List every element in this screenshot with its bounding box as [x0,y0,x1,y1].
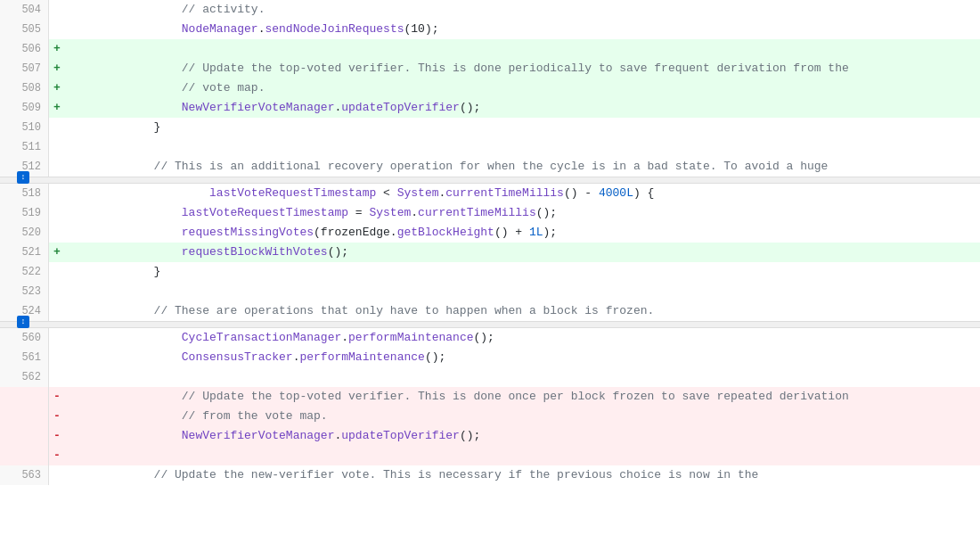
code-line-511: 511 [0,137,980,157]
line-marker: - [49,407,65,426]
line-number: 505 [0,20,49,39]
line-content: lastVoteRequestTimestamp < System.curren… [65,184,980,203]
line-marker: + [49,59,65,78]
line-marker: + [49,98,65,118]
line-content [65,367,980,387]
line-content: } [65,118,980,137]
line-marker [49,203,65,223]
line-content: NewVerifierVoteManager.updateTopVerifier… [65,426,980,446]
line-number [0,446,49,465]
line-number: 521 [0,243,49,262]
line-content: // Update the top-voted verifier. This i… [65,59,980,78]
line-number: 506 [0,39,49,59]
code-line-563: 563 // Update the new-verifier vote. Thi… [0,465,980,485]
line-number [0,387,49,407]
code-line-523: 523 [0,282,980,301]
diff-divider-2: ↕ [0,321,980,328]
code-line-remove-2: - // from the vote map. [0,407,980,426]
line-marker [49,367,65,387]
line-marker [49,137,65,157]
code-line-505: 505 NodeManager.sendNodeJoinRequests(10)… [0,20,980,39]
code-line-remove-3: - NewVerifierVoteManager.updateTopVerifi… [0,426,980,446]
line-number: 518 [0,184,49,203]
code-line-remove-1: - // Update the top-voted verifier. This… [0,387,980,407]
line-marker: + [49,78,65,98]
code-line-521: 521 + requestBlockWithVotes(); [0,243,980,262]
code-line-510: 510 } [0,118,980,137]
code-line-522: 522 } [0,262,980,282]
line-marker [49,328,65,348]
code-diff-view: 504 // activity. 505 NodeManager.sendNod… [0,0,980,535]
line-content: ConsensusTracker.performMaintenance(); [65,348,980,367]
line-content: CycleTransactionManager.performMaintenan… [65,328,980,348]
line-content [65,446,980,465]
line-number: 510 [0,118,49,137]
line-marker [49,465,65,485]
code-line-562: 562 [0,367,980,387]
code-line-512: 512 // This is an additional recovery op… [0,157,980,177]
line-marker: + [49,39,65,59]
code-line-508: 508 + // vote map. [0,78,980,98]
line-marker [49,157,65,177]
line-marker [49,301,65,321]
line-number: 504 [0,0,49,20]
line-marker [49,282,65,301]
code-line-507: 507 + // Update the top-voted verifier. … [0,59,980,78]
line-number: 561 [0,348,49,367]
code-line-519: 519 lastVoteRequestTimestamp = System.cu… [0,203,980,223]
line-marker [49,348,65,367]
line-number [0,426,49,446]
line-content: // Update the top-voted verifier. This i… [65,387,980,407]
line-marker [49,223,65,243]
code-line-remove-4: - [0,446,980,465]
line-content: // These are operations that only have t… [65,301,980,321]
line-number: 508 [0,78,49,98]
line-content: // vote map. [65,78,980,98]
line-content: NewVerifierVoteManager.updateTopVerifier… [65,98,980,118]
line-number: 522 [0,262,49,282]
line-content: } [65,262,980,282]
code-line-561: 561 ConsensusTracker.performMaintenance(… [0,348,980,367]
code-line-560: 560 CycleTransactionManager.performMaint… [0,328,980,348]
code-line-509: 509 + NewVerifierVoteManager.updateTopVe… [0,98,980,118]
line-content: requestBlockWithVotes(); [65,243,980,262]
line-marker: + [49,243,65,262]
line-content: lastVoteRequestTimestamp = System.curren… [65,203,980,223]
code-line-520: 520 requestMissingVotes(frozenEdge.getBl… [0,223,980,243]
line-content: // Update the new-verifier vote. This is… [65,465,980,485]
line-content [65,39,980,59]
line-marker: - [49,446,65,465]
line-number: 562 [0,367,49,387]
diff-divider-1: ↕ [0,177,980,184]
line-content: NodeManager.sendNodeJoinRequests(10); [65,20,980,39]
code-line-524: 524 // These are operations that only ha… [0,301,980,321]
line-number: 519 [0,203,49,223]
line-number: 523 [0,282,49,301]
line-marker [49,20,65,39]
line-marker [49,184,65,203]
line-marker: - [49,387,65,407]
line-content: // from the vote map. [65,407,980,426]
line-marker: - [49,426,65,446]
line-content [65,282,980,301]
line-number: 509 [0,98,49,118]
expand-icon-1[interactable]: ↕ [17,171,29,184]
line-number: 511 [0,137,49,157]
line-number [0,407,49,426]
code-line-506: 506 + [0,39,980,59]
code-line-518: 518 lastVoteRequestTimestamp < System.cu… [0,184,980,203]
line-content: // This is an additional recovery operat… [65,157,980,177]
line-number: 520 [0,223,49,243]
expand-icon-2[interactable]: ↕ [17,316,29,328]
line-marker [49,118,65,137]
line-number: 560 [0,328,49,348]
line-content [65,137,980,157]
line-marker [49,262,65,282]
code-line-504: 504 // activity. [0,0,980,20]
line-marker [49,0,65,20]
line-content: requestMissingVotes(frozenEdge.getBlockH… [65,223,980,243]
line-content: // activity. [65,0,980,20]
line-number: 507 [0,59,49,78]
line-number: 563 [0,465,49,485]
